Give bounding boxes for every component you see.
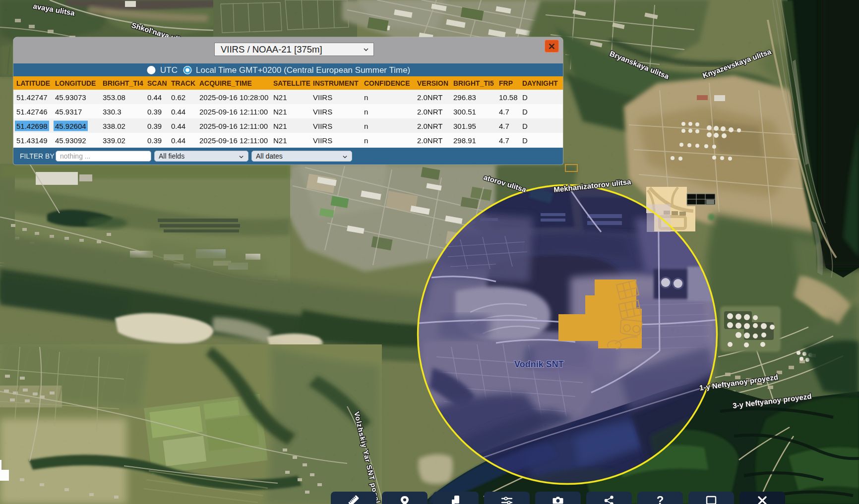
svg-text:Local Time GMT+0200 (Central E: Local Time GMT+0200 (Central European Su…: [196, 65, 410, 75]
svg-text:?: ?: [657, 494, 664, 504]
svg-text:UTC: UTC: [160, 65, 178, 75]
